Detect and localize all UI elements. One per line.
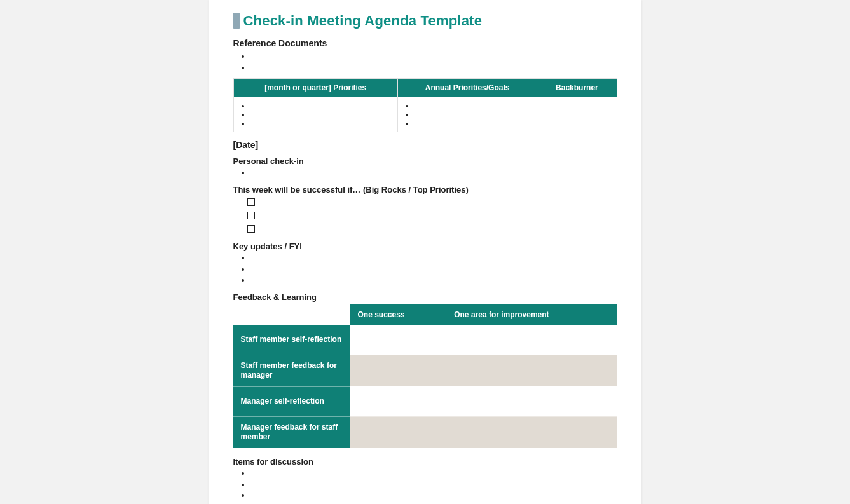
cell-annual-priorities — [397, 97, 537, 132]
checklist-item — [247, 208, 617, 222]
list-item — [250, 101, 392, 110]
items-discussion-heading: Items for discussion — [233, 457, 617, 467]
list-item — [251, 167, 617, 179]
list-item — [415, 110, 531, 119]
table-row: Staff member self-reflection — [233, 325, 617, 355]
list-item — [251, 479, 617, 491]
table-row: Manager self-reflection — [233, 386, 617, 416]
list-item — [250, 110, 392, 119]
list-item — [250, 119, 392, 128]
successful-week-checklist — [233, 196, 617, 235]
cell — [350, 355, 447, 386]
row-header-manager-self: Manager self-reflection — [233, 386, 350, 416]
cell-period-priorities — [233, 97, 397, 132]
col-header-period-priorities: [month or quarter] Priorities — [233, 79, 397, 97]
cell — [350, 386, 447, 416]
feedback-table: One success One area for improvement Sta… — [233, 304, 617, 448]
list-item — [415, 119, 531, 128]
feedback-learning-heading: Feedback & Learning — [233, 292, 617, 302]
key-updates-list — [233, 252, 617, 286]
page-title: Check-in Meeting Agenda Template — [243, 13, 483, 29]
bookmark-icon — [233, 13, 240, 29]
row-header-staff-for-manager: Staff member feedback for manager — [233, 355, 350, 386]
row-header-staff-self: Staff member self-reflection — [233, 325, 350, 355]
col-header-annual-priorities: Annual Priorities/Goals — [397, 79, 537, 97]
personal-checkin-list — [233, 167, 617, 179]
date-heading: [Date] — [233, 140, 617, 150]
cell — [446, 325, 617, 355]
checklist-item — [247, 222, 617, 235]
list-item — [251, 490, 617, 501]
cell — [446, 386, 617, 416]
cell — [350, 325, 447, 355]
col-header-backburner: Backburner — [537, 79, 617, 97]
successful-week-heading: This week will be successful if… (Big Ro… — [233, 185, 617, 194]
list-item — [251, 468, 617, 479]
table-row: Staff member feedback for manager — [233, 355, 617, 386]
reference-documents-list — [233, 51, 617, 73]
cell — [446, 416, 617, 448]
checkbox-icon[interactable] — [247, 225, 255, 233]
col-header-one-improvement: One area for improvement — [446, 304, 617, 325]
checkbox-icon[interactable] — [247, 198, 255, 206]
cell — [446, 355, 617, 386]
reference-documents-heading: Reference Documents — [233, 38, 617, 48]
title-row: Check-in Meeting Agenda Template — [233, 13, 617, 29]
checkbox-icon[interactable] — [247, 212, 255, 219]
personal-checkin-heading: Personal check-in — [233, 156, 617, 166]
table-row: Manager feedback for staff member — [233, 416, 617, 448]
cell — [350, 416, 447, 448]
col-header-one-success: One success — [350, 304, 447, 325]
key-updates-heading: Key updates / FYI — [233, 242, 617, 251]
list-item — [251, 252, 617, 264]
list-item — [251, 275, 617, 286]
priorities-table: [month or quarter] Priorities Annual Pri… — [233, 78, 617, 132]
row-header-manager-for-staff: Manager feedback for staff member — [233, 416, 350, 448]
table-row — [233, 97, 617, 132]
cell-backburner — [537, 97, 617, 132]
document-page: Check-in Meeting Agenda Template Referen… — [209, 0, 641, 504]
empty-header-cell — [233, 304, 350, 325]
list-item — [251, 51, 617, 62]
checklist-item — [247, 196, 617, 209]
items-discussion-list — [233, 468, 617, 501]
list-item — [251, 62, 617, 74]
list-item — [415, 101, 531, 110]
list-item — [251, 264, 617, 275]
